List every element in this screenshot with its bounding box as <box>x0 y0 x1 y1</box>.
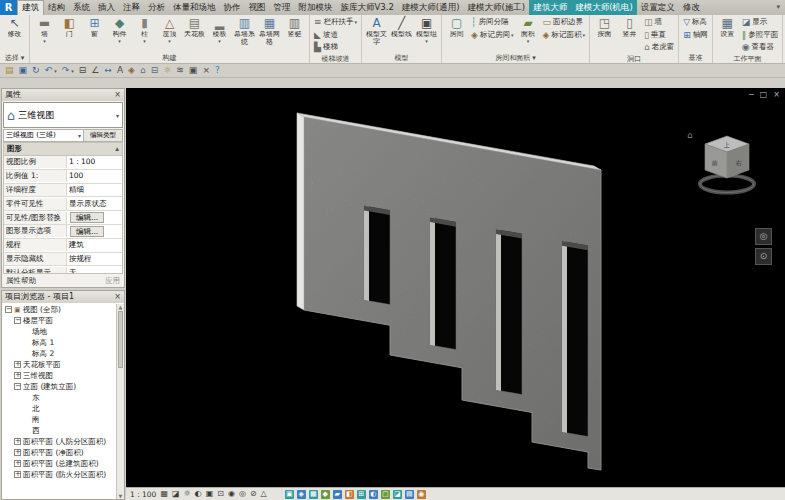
tree-item[interactable]: 标高 2 <box>2 348 124 359</box>
ribbon-button[interactable]: ▙楼梯 <box>312 41 359 54</box>
edit-button[interactable]: 编辑... <box>70 226 104 237</box>
app-logo-button[interactable]: R <box>0 0 17 15</box>
window-opening-2[interactable] <box>430 217 456 349</box>
ribbon-button[interactable]: ▂楼板▾ <box>207 16 232 43</box>
undo-icon[interactable]: ↶ <box>45 64 53 77</box>
restore-icon[interactable]: □ <box>760 90 768 99</box>
text-icon[interactable]: A <box>117 64 123 77</box>
tree-item[interactable]: +三维视图 <box>2 370 124 381</box>
ribbon-button[interactable]: ▦设置 <box>715 16 740 39</box>
ribbon-button[interactable]: ◆构件▾ <box>107 16 132 43</box>
view-scale-button[interactable]: 1 : 100 <box>130 490 156 499</box>
drawing-area-3d-view[interactable]: ⌂ 上 前 右 ─ □ × ◎ ⊙ <box>126 88 785 488</box>
plugin-status-icon[interactable]: ▦ <box>309 490 318 499</box>
ribbon-button[interactable]: ▤天花板 <box>182 16 207 39</box>
properties-help-link[interactable]: 属性帮助 <box>6 276 36 286</box>
ribbon-tab-8[interactable]: 视图 <box>245 0 270 15</box>
measure-icon[interactable]: ∠ <box>91 64 99 77</box>
expand-icon[interactable]: + <box>14 361 21 368</box>
property-value[interactable]: 显示原状态 <box>67 198 122 210</box>
ribbon-button[interactable]: ▢房间 <box>444 16 469 39</box>
plugin-status-icon[interactable]: ◧ <box>345 490 354 499</box>
exclude-options-icon[interactable]: △ <box>261 488 267 500</box>
tree-item[interactable]: −▣视图 (全部) <box>2 304 124 315</box>
collapse-icon[interactable]: − <box>14 317 21 324</box>
scroll-up-icon[interactable]: ▲ <box>117 304 124 310</box>
temporary-hide-icon[interactable]: ◉ <box>228 488 235 500</box>
ribbon-panel-label[interactable]: 工作平面 <box>713 54 783 64</box>
3d-view-icon[interactable]: ⌂ <box>140 64 146 77</box>
section-icon[interactable]: ⊟ <box>151 64 159 77</box>
ribbon-tab-16[interactable]: 设置定义 <box>637 0 679 15</box>
property-value[interactable]: 按规程 <box>67 253 122 265</box>
ribbon-tab-5[interactable]: 分析 <box>144 0 169 15</box>
ribbon-panel-label[interactable]: 构建 <box>30 53 309 63</box>
ribbon-button[interactable]: ≡栏杆扶手▾ <box>312 16 359 29</box>
ribbon-button[interactable]: △屋顶▾ <box>157 16 182 43</box>
edit-type-button[interactable]: 编辑类型 <box>84 129 123 142</box>
ribbon-panel-label[interactable]: 洞口 <box>590 54 678 64</box>
edit-button[interactable]: 编辑... <box>70 212 104 223</box>
tree-item[interactable]: +天花板平面 <box>2 359 124 370</box>
ribbon-tab-1[interactable]: 结构 <box>44 0 69 15</box>
save-icon[interactable]: ▣ <box>19 64 28 77</box>
ribbon-tab-17[interactable]: 修改 <box>679 0 704 15</box>
redo-icon[interactable]: ↷ <box>62 64 70 77</box>
ribbon-button[interactable]: ▣模型组▾ <box>414 16 439 43</box>
tree-item[interactable]: 南 <box>2 414 124 425</box>
expand-icon[interactable]: + <box>14 460 21 467</box>
crop-view-icon[interactable]: ▣ <box>206 488 214 500</box>
viewcube-home-icon[interactable]: ⌂ <box>687 130 693 140</box>
switch-window-icon[interactable]: ▣ <box>189 64 198 77</box>
property-value[interactable]: 100 <box>67 170 122 182</box>
ribbon-tab-7[interactable]: 协作 <box>220 0 245 15</box>
close-icon[interactable]: × <box>114 89 121 101</box>
ribbon-button[interactable]: ▯竖井 <box>617 16 642 39</box>
dimension-icon[interactable]: ↔ <box>104 64 112 77</box>
shadows-icon[interactable]: ◐ <box>195 488 202 500</box>
ribbon-button[interactable]: ◉查看器 <box>740 41 781 54</box>
tree-item[interactable]: +面积平面 (净面积) <box>2 447 124 458</box>
ribbon-panel-label[interactable]: 楼梯坡道 <box>310 54 361 64</box>
expand-icon[interactable]: + <box>14 471 21 478</box>
visual-style-icon[interactable]: ◪ <box>172 488 180 500</box>
close-doc-icon[interactable]: × <box>202 64 210 77</box>
property-value[interactable]: 建筑 <box>67 239 122 251</box>
plugin-status-icon[interactable]: ◐ <box>369 490 378 499</box>
window-opening-1[interactable] <box>364 206 390 305</box>
ribbon-button[interactable]: ↖修改 <box>2 16 27 39</box>
ribbon-panel-label[interactable]: 基准 <box>679 53 712 63</box>
ribbon-tab-15[interactable]: 建模大师(机电) <box>571 0 637 15</box>
ribbon-button[interactable]: ◳按面 <box>592 16 617 39</box>
ribbon-button[interactable]: ▦幕墙网格 <box>257 16 282 46</box>
window-opening-3[interactable] <box>496 229 522 394</box>
plugin-status-icon[interactable]: ▤ <box>405 490 414 499</box>
show-crop-icon[interactable]: ⊡ <box>217 488 224 500</box>
collapse-icon[interactable]: − <box>5 306 12 313</box>
wall-3d-model[interactable] <box>297 113 601 470</box>
plugin-status-icon[interactable]: ◆ <box>321 490 330 499</box>
ribbon-button[interactable]: ◣坡道 <box>312 29 359 42</box>
tree-item[interactable]: −楼层平面 <box>2 315 124 326</box>
ribbon-button[interactable]: ▰面积▾ <box>516 16 541 43</box>
zoom-icon[interactable]: ⊙ <box>755 248 772 265</box>
view-selector[interactable]: 三维视图 (三维) ▾ <box>3 129 84 142</box>
ribbon-button[interactable]: ┆房间分隔 <box>469 16 515 29</box>
tree-item[interactable]: 标高 1 <box>2 337 124 348</box>
navigation-wheel-icon[interactable]: ◎ <box>755 228 772 245</box>
detail-level-icon[interactable]: ▦ <box>160 488 168 500</box>
scroll-down-icon[interactable]: ▼ <box>117 493 124 499</box>
expand-icon[interactable]: + <box>14 438 21 445</box>
ribbon-button[interactable]: ⊞窗 <box>82 16 107 39</box>
sun-icon[interactable]: ☼ <box>163 64 171 77</box>
sun-path-icon[interactable]: ☼ <box>184 488 191 500</box>
plugin-status-icon[interactable]: ◈ <box>297 490 306 499</box>
ribbon-tab-4[interactable]: 注释 <box>119 0 144 15</box>
ribbon-button[interactable]: ▯垂直 <box>642 29 676 42</box>
reveal-hidden-icon[interactable]: ◎ <box>239 488 246 500</box>
ribbon-tab-14[interactable]: 建筑大师 <box>529 0 571 15</box>
tree-item[interactable]: +面积平面 (防火分区面积) <box>2 469 124 480</box>
ribbon-button[interactable]: ▥竖梃 <box>282 16 307 39</box>
ribbon-button[interactable]: ▽标高 <box>681 16 710 29</box>
sync-icon[interactable]: ↻ <box>32 64 40 77</box>
